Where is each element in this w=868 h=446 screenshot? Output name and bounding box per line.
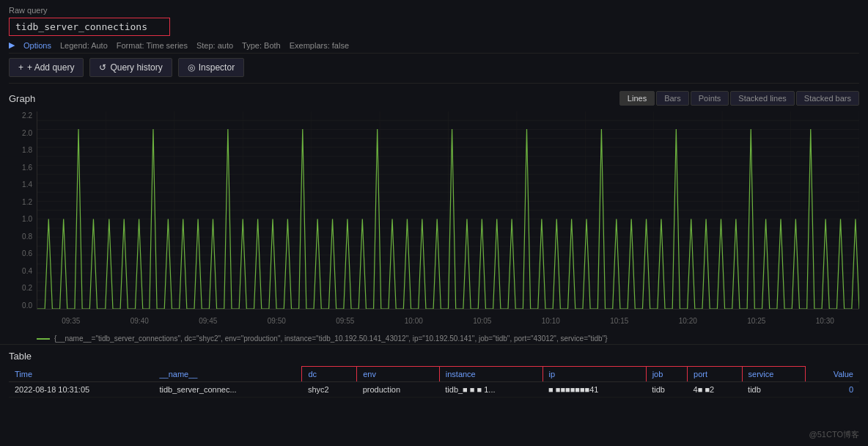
- query-history-label: Query history: [110, 62, 162, 73]
- x-axis: 09:35 09:40 09:45 09:50 09:55 10:00 10:0…: [37, 310, 859, 332]
- x-label: 09:40: [106, 317, 174, 325]
- cell-job: tidb: [646, 382, 687, 398]
- x-label: 10:00: [380, 317, 449, 325]
- legend-text: {__name__="tidb_server_connections", dc=…: [54, 334, 608, 343]
- col-port: port: [688, 367, 743, 382]
- options-step: Step: auto: [196, 41, 233, 50]
- y-axis: 2.2 2.0 1.8 1.6 1.4 1.2 1.0 0.8 0.6 0.4 …: [9, 112, 37, 310]
- x-label: 10:30: [791, 317, 860, 325]
- table-title: Table: [9, 351, 859, 362]
- cell-port: 4■ ■2: [688, 382, 743, 398]
- options-legend: Legend: Auto: [60, 41, 108, 50]
- cell-dc: shyc2: [302, 382, 357, 398]
- col-dc: dc: [302, 367, 357, 382]
- x-label: 10:05: [448, 317, 517, 325]
- x-label: 10:10: [517, 317, 586, 325]
- y-label: 0.0: [22, 301, 32, 310]
- col-ip: ip: [542, 367, 646, 382]
- cell-instance: tidb_■ ■ ■ 1...: [439, 382, 542, 398]
- y-label: 0.8: [22, 233, 32, 241]
- cell-name: tidb_server_connec...: [153, 382, 301, 398]
- col-env: env: [357, 367, 440, 382]
- options-format: Format: Time series: [117, 41, 188, 50]
- options-type: Type: Both: [242, 41, 281, 50]
- cell-env: production: [357, 382, 440, 398]
- x-label: 10:20: [654, 317, 723, 325]
- graph-title: Graph: [9, 93, 35, 104]
- y-label: 0.6: [22, 249, 32, 257]
- table-row: 2022-08-18 10:31:05 tidb_server_connec..…: [9, 382, 859, 398]
- y-label: 2.0: [22, 129, 32, 137]
- y-label: 1.2: [22, 198, 32, 206]
- x-label: 09:45: [174, 317, 243, 325]
- raw-query-input[interactable]: [9, 18, 170, 36]
- chart-area: [37, 112, 859, 310]
- y-label: 1.0: [22, 215, 32, 223]
- inspector-label: Inspector: [199, 62, 235, 73]
- legend-line-icon: [37, 338, 50, 340]
- chart-container: 2.2 2.0 1.8 1.6 1.4 1.2 1.0 0.8 0.6 0.4 …: [9, 112, 859, 332]
- col-time: Time: [9, 367, 153, 382]
- data-table: Time __name__ dc env instance ip job por…: [9, 366, 859, 398]
- raw-query-label: Raw query: [9, 6, 859, 15]
- x-label: 09:55: [311, 317, 380, 325]
- cell-time: 2022-08-18 10:31:05: [9, 382, 153, 398]
- y-label: 1.6: [22, 164, 32, 172]
- col-name: __name__: [153, 367, 301, 382]
- options-label[interactable]: Options: [23, 41, 51, 50]
- x-label: 10:25: [722, 317, 791, 325]
- y-label: 0.4: [22, 267, 32, 275]
- bars-button[interactable]: Bars: [656, 91, 689, 106]
- watermark: @51CTO博客: [809, 429, 859, 440]
- y-label: 2.2: [22, 112, 32, 120]
- col-service: service: [742, 367, 806, 382]
- options-exemplars: Exemplars: false: [290, 41, 349, 50]
- add-query-label: + Add query: [27, 62, 74, 73]
- graph-view-buttons: Lines Bars Points Stacked lines Stacked …: [619, 91, 859, 106]
- chart-legend: {__name__="tidb_server_connections", dc=…: [9, 332, 859, 344]
- x-label: 09:50: [243, 317, 312, 325]
- points-button[interactable]: Points: [691, 91, 729, 106]
- cell-service: tidb: [742, 382, 806, 398]
- col-instance: instance: [439, 367, 542, 382]
- lines-button[interactable]: Lines: [619, 91, 655, 106]
- history-icon: ↺: [99, 62, 106, 73]
- stacked-lines-button[interactable]: Stacked lines: [730, 91, 794, 106]
- inspector-icon: ◎: [188, 62, 195, 73]
- cell-ip: ■ ■■■■■■■41: [542, 382, 646, 398]
- cell-value: 0: [806, 382, 859, 398]
- col-job: job: [646, 367, 687, 382]
- y-label: 1.8: [22, 146, 32, 154]
- y-label: 0.2: [22, 284, 32, 292]
- add-icon: +: [18, 62, 23, 73]
- col-value: Value: [806, 367, 859, 382]
- x-label: 10:15: [585, 317, 654, 325]
- y-label: 1.4: [22, 180, 32, 189]
- inspector-button[interactable]: ◎ Inspector: [178, 58, 244, 77]
- x-label: 09:35: [37, 317, 106, 325]
- query-history-button[interactable]: ↺ Query history: [89, 58, 172, 77]
- table-section: Table Time __name__ dc env instance ip j…: [0, 344, 868, 398]
- options-arrow[interactable]: ▶: [9, 40, 15, 50]
- add-query-button[interactable]: + + Add query: [9, 58, 84, 77]
- stacked-bars-button[interactable]: Stacked bars: [796, 91, 859, 106]
